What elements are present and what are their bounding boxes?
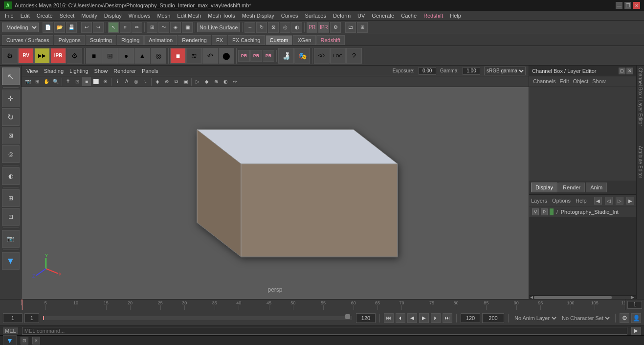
show-tab[interactable]: Show [592, 78, 606, 84]
menu-redshift[interactable]: Redshift [421, 12, 446, 20]
playback-range-bar[interactable] [43, 316, 352, 320]
menu-create[interactable]: Create [34, 12, 56, 20]
undo-button[interactable]: ↩ [81, 22, 92, 33]
new-scene-button[interactable]: 📄 [43, 22, 53, 33]
tab-custom[interactable]: Custom [266, 35, 293, 45]
step-fwd-button[interactable]: ⏵ [431, 313, 441, 323]
tab-xgen[interactable]: XGen [293, 35, 315, 45]
cone-button[interactable]: ▲ [134, 48, 150, 64]
universal-manip-button[interactable]: ◎ [280, 22, 290, 33]
object-tab[interactable]: Object [573, 78, 588, 84]
render-options-button[interactable]: ⚙ [67, 48, 82, 64]
tab-rendering[interactable]: Rendering [178, 35, 211, 45]
ipr-shelf-button[interactable]: IPR [50, 48, 66, 64]
tab-fx[interactable]: FX [212, 35, 227, 45]
anim-layer-select[interactable]: No Anim Layer [512, 315, 558, 322]
vp-menu-shading[interactable]: Shading [42, 68, 66, 74]
menu-deform[interactable]: Deform [330, 12, 354, 20]
tab-polygons[interactable]: Polygons [54, 35, 85, 45]
layer-visibility[interactable]: V [532, 208, 539, 215]
red-shape-button[interactable]: ■ [170, 48, 186, 64]
tab-curves-surfaces[interactable]: Curves / Surfaces [2, 35, 53, 45]
save-scene-button[interactable]: 💾 [66, 22, 77, 33]
anim-end-field[interactable] [461, 313, 480, 323]
snap-point-button[interactable]: ◈ [170, 22, 181, 33]
channels-tab[interactable]: Channels [533, 78, 555, 84]
vp-sym-btn[interactable]: ⇔ [230, 77, 239, 86]
menu-help[interactable]: Help [447, 12, 464, 20]
vp-component-btn[interactable]: ◆ [202, 77, 211, 86]
rp-close-button[interactable]: ✕ [626, 68, 633, 74]
rotate-tool-button[interactable]: ↻ [256, 22, 267, 33]
menu-mesh-display[interactable]: Mesh Display [239, 12, 277, 20]
snap-view-button[interactable]: ▣ [182, 22, 193, 33]
vp-dof-btn[interactable]: ◎ [132, 77, 140, 86]
camera-left[interactable]: 📷 [2, 230, 20, 248]
vp-gimbal-btn[interactable]: ⊗ [162, 77, 171, 86]
extrude-button[interactable]: ≋ [186, 48, 202, 64]
pr2-button[interactable]: PR [250, 50, 262, 62]
vp-hud-btn[interactable]: ℹ [113, 77, 122, 86]
tab-animation[interactable]: Animation [144, 35, 177, 45]
util2-button[interactable]: 🎭 [294, 48, 310, 64]
menu-edit[interactable]: Edit [18, 12, 33, 20]
gamma-input[interactable] [463, 67, 480, 75]
layer-item[interactable]: V P / Photography_Studio_Int [529, 207, 636, 217]
vp-isolate-btn[interactable]: ◈ [153, 77, 162, 86]
rp-float-button[interactable]: ⊡ [619, 68, 625, 74]
attribute-editor-tab-text[interactable]: Attribute Editor [638, 146, 643, 178]
playback-end-field[interactable] [356, 313, 376, 323]
tab-fx-caching[interactable]: FX Caching [228, 35, 265, 45]
render-tab[interactable]: Render [558, 183, 585, 192]
anim-tab[interactable]: Anim [586, 183, 607, 192]
snap-curve-button[interactable]: 〜 [158, 22, 169, 33]
timeline-ruler[interactable]: 1510152025303540455055606570758085909510… [22, 299, 625, 310]
vp-wire-btn[interactable]: ⊡ [73, 77, 82, 86]
show-uv-button[interactable]: 🗂 [345, 22, 356, 33]
render-button[interactable]: PR [307, 22, 317, 33]
current-frame-field[interactable] [24, 313, 39, 323]
vp-motion-btn[interactable]: ≈ [141, 77, 150, 86]
vp-menu-lighting[interactable]: Lighting [67, 68, 90, 74]
vp-menu-show[interactable]: Show [92, 68, 110, 74]
cube-button[interactable]: ■ [86, 48, 102, 64]
play-back-button[interactable]: ◀ [407, 313, 417, 323]
go-end-button[interactable]: ⏭ [443, 313, 452, 323]
maximize-button[interactable]: ❐ [624, 2, 631, 9]
scroll-thumb[interactable] [534, 296, 612, 299]
vp-select-type-btn[interactable]: ▷ [193, 77, 202, 86]
vp-pan-btn[interactable]: ✋ [42, 77, 51, 86]
log-button[interactable]: LOG [330, 48, 346, 64]
timeline-inner[interactable]: 1510152025303540455055606570758085909510… [22, 299, 625, 310]
menu-uv[interactable]: UV [355, 12, 368, 20]
menu-surfaces[interactable]: Surfaces [302, 12, 329, 20]
window-close-button[interactable]: ✕ [32, 337, 40, 345]
anim-prefs-button[interactable]: ⚙ [620, 313, 629, 323]
restore-button[interactable]: ⊡ [21, 337, 28, 345]
go-start-button[interactable]: ⏮ [384, 313, 394, 323]
menu-display[interactable]: Display [101, 12, 125, 20]
vp-grid-btn[interactable]: # [64, 77, 72, 86]
vp-resolution-btn[interactable]: ⧉ [172, 77, 180, 86]
scroll-left-arrow[interactable]: ◀ [530, 295, 534, 299]
scroll-track[interactable] [534, 296, 631, 299]
universal-tool-left[interactable]: ◎ [2, 145, 20, 163]
vp-light-btn[interactable]: ☀ [101, 77, 110, 86]
menu-file[interactable]: File [2, 12, 17, 20]
select-tool-left[interactable]: ↖ [2, 68, 20, 85]
pr3-button[interactable]: PR [263, 50, 274, 62]
exposure-input[interactable] [419, 67, 436, 75]
rv-button[interactable]: RV [18, 48, 34, 64]
scale-tool-button[interactable]: ⊠ [268, 22, 279, 33]
soft-select-left[interactable]: ◐ [2, 167, 20, 185]
close-button[interactable]: ✕ [633, 2, 640, 9]
shelf-settings-button[interactable]: ⚙ [2, 48, 18, 64]
vp-menu-renderer[interactable]: Renderer [111, 68, 138, 74]
scroll-right-arrow[interactable]: ▶ [631, 295, 635, 299]
vp-texture-btn[interactable]: ⬜ [91, 77, 100, 86]
display-tab[interactable]: Display [531, 183, 557, 192]
range-thumb[interactable] [345, 314, 350, 319]
lasso-select-button[interactable]: ⌗ [120, 22, 131, 33]
snap-left[interactable]: ⊞ [2, 189, 20, 207]
help-button[interactable]: ? [346, 48, 362, 64]
